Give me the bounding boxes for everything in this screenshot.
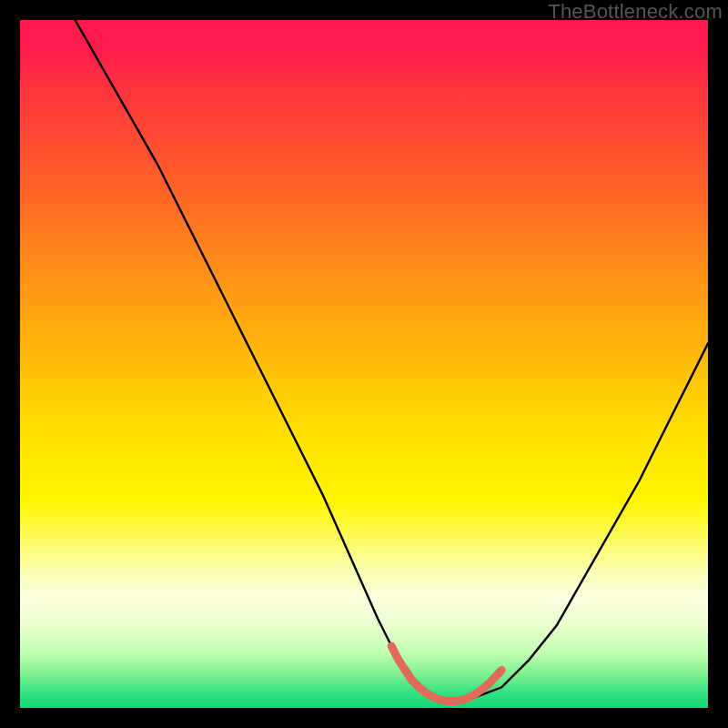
watermark-text: TheBottleneck.com — [548, 0, 723, 24]
chart-frame: TheBottleneck.com — [0, 0, 728, 728]
bottleneck-curve — [76, 20, 709, 701]
chart-plot-area — [20, 20, 708, 708]
chart-svg — [20, 20, 708, 708]
